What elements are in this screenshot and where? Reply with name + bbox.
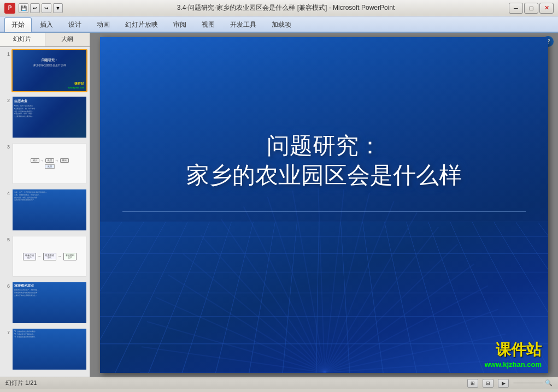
slide-thumb-inner: *1. 当地典型农业模式有哪些... *2. 当地农业生产基础条件... *3.… <box>13 329 86 370</box>
slide-thumbnail[interactable]: 旅游观光农业 旅游农业以农业生产、农村风貌... 目的是将农业与旅游业结合起来.… <box>11 281 87 324</box>
sidebar-tab-大纲[interactable]: 大纲 <box>45 33 90 46</box>
normal-view-button[interactable]: ⊞ <box>467 379 478 388</box>
slide-thumbnail[interactable]: 问题研究： 家乡的农业园区会是什么样 课件站 www.kjzhan.com <box>11 49 87 92</box>
close-button[interactable]: ✕ <box>539 3 554 14</box>
ribbon-tab-视图[interactable]: 视图 <box>195 17 222 32</box>
slide-view-area: 问题研究： 家乡的农业园区会是什么样 课件站 www.kjzhan.com <box>90 33 558 377</box>
slide-title-text: 问题研究： 家乡的农业园区会是什么样 <box>100 131 548 191</box>
ribbon-tab-设计[interactable]: 设计 <box>61 17 89 32</box>
slide-thumbnail[interactable]: 输入 → 处理 → 输出 反馈 <box>11 142 87 185</box>
save-button[interactable]: 💾 <box>19 3 28 13</box>
sidebar: 幻灯片大纲 ✕ 1 问题研究： 家乡的农业园区会是什么样 课件站 www.kjz… <box>0 33 90 377</box>
ribbon-tabs: 开始插入设计动画幻灯片放映审阅视图开发工具加载项 <box>0 16 558 32</box>
slide-number: 3 <box>2 144 10 150</box>
slide-sorter-button[interactable]: ⊟ <box>483 379 494 388</box>
slide-number: 6 <box>2 283 10 289</box>
slide-number: 2 <box>2 98 10 103</box>
slide-number: 7 <box>2 330 10 335</box>
slide-thumb-inner: 实际、出产、生态环境好的农业是可持续的... 土地、资源利用率高，环境污染少..… <box>13 189 86 230</box>
ribbon-tab-审阅[interactable]: 审阅 <box>166 17 193 32</box>
slide-thumb-inner: 旅游观光农业 旅游农业以农业生产、农村风貌... 目的是将农业与旅游业结合起来.… <box>13 282 86 323</box>
slide-count: 幻灯片 1/21 <box>5 379 37 387</box>
minimize-button[interactable]: ─ <box>509 3 523 14</box>
dropdown-button[interactable]: ▼ <box>53 3 63 13</box>
slide-item[interactable]: 5 粮食作物生产 → 牲畜养殖加工 → 有机肥料生产 <box>2 235 87 278</box>
ribbon-tab-开始[interactable]: 开始 <box>4 17 32 32</box>
watermark-chinese: 课件站 <box>485 340 542 360</box>
slide-canvas: 问题研究： 家乡的农业园区会是什么样 课件站 www.kjzhan.com <box>100 37 548 373</box>
ribbon-tab-插入[interactable]: 插入 <box>33 17 60 32</box>
watermark-url: www.kjzhan.com <box>485 360 542 369</box>
app-icon: P <box>4 3 15 14</box>
title-left-area: P 💾 ↩ ↪ ▼ <box>4 3 63 14</box>
ribbon: 开始插入设计动画幻灯片放映审阅视图开发工具加载项 ? <box>0 16 558 33</box>
slide-number: 1 <box>2 51 10 57</box>
quick-access-toolbar: 💾 ↩ ↪ ▼ <box>19 3 63 13</box>
slideshow-button[interactable]: ▶ <box>498 379 509 388</box>
title-bar: P 💾 ↩ ↪ ▼ 3.4-问题研究-家乡的农业园区会是什么样 [兼容模式] -… <box>0 0 558 16</box>
status-right: ⊞ ⊟ ▶ ─────── 🔍 <box>467 379 553 388</box>
ribbon-tab-开发工具[interactable]: 开发工具 <box>223 17 263 32</box>
slide-separator-line <box>122 211 526 212</box>
slide-item[interactable]: 4 实际、出产、生态环境好的农业是可持续的... 土地、资源利用率高，环境污染少… <box>2 188 87 231</box>
slide-thumb-inner: 输入 → 处理 → 输出 反馈 <box>13 143 86 184</box>
sidebar-tab-幻灯片[interactable]: 幻灯片 <box>0 33 45 46</box>
main-area: 幻灯片大纲 ✕ 1 问题研究： 家乡的农业园区会是什么样 课件站 www.kjz… <box>0 33 558 377</box>
window-title: 3.4-问题研究-家乡的农业园区会是什么样 [兼容模式] - Microsoft… <box>177 3 395 13</box>
slide-number: 4 <box>2 191 10 196</box>
slide-item[interactable]: 6 旅游观光农业 旅游农业以农业生产、农村风貌... 目的是将农业与旅游业结合起… <box>2 281 87 324</box>
slide-number: 5 <box>2 237 10 242</box>
statusbar: 幻灯片 1/21 ⊞ ⊟ ▶ ─────── 🔍 <box>0 377 558 389</box>
slide-item[interactable]: 1 问题研究： 家乡的农业园区会是什么样 课件站 www.kjzhan.com <box>2 49 87 92</box>
watermark: 课件站 www.kjzhan.com <box>485 340 542 369</box>
slide-grid <box>100 222 548 373</box>
slide-item[interactable]: 2 生态农业 • OKU "信号""交会的农业• 主要是以牛、猪、鸡等农场...… <box>2 96 87 139</box>
slide-thumbnail[interactable]: 生态农业 • OKU "信号""交会的农业• 主要是以牛、猪、鸡等农场...• … <box>11 96 87 139</box>
slide-thumb-inner: 粮食作物生产 → 牲畜养殖加工 → 有机肥料生产 <box>13 236 86 277</box>
slide-thumbnail[interactable]: 实际、出产、生态环境好的农业是可持续的... 土地、资源利用率高，环境污染少..… <box>11 188 87 231</box>
ribbon-tab-幻灯片放映[interactable]: 幻灯片放映 <box>118 17 165 32</box>
redo-button[interactable]: ↪ <box>42 3 51 13</box>
window-controls: ─ □ ✕ <box>509 3 554 14</box>
slide-title-line2: 家乡的农业园区会是什么样 <box>100 161 548 191</box>
slide-thumb-inner: 生态农业 • OKU "信号""交会的农业• 主要是以牛、猪、鸡等农场...• … <box>13 97 86 138</box>
slides-panel[interactable]: 1 问题研究： 家乡的农业园区会是什么样 课件站 www.kjzhan.com … <box>0 47 90 377</box>
sidebar-tabs: 幻灯片大纲 <box>0 33 90 47</box>
slide-item[interactable]: 3 输入 → 处理 → 输出 反馈 <box>2 142 87 185</box>
restore-button[interactable]: □ <box>524 3 538 14</box>
undo-button[interactable]: ↩ <box>30 3 40 13</box>
slide-title-line1: 问题研究： <box>100 131 548 161</box>
slide-item[interactable]: 7 *1. 当地典型农业模式有哪些... *2. 当地农业生产基础条件... *… <box>2 328 87 371</box>
ribbon-tab-加载项[interactable]: 加载项 <box>265 17 298 32</box>
slide-thumbnail[interactable]: 粮食作物生产 → 牲畜养殖加工 → 有机肥料生产 <box>11 235 87 278</box>
slide-thumb-inner: 问题研究： 家乡的农业园区会是什么样 课件站 www.kjzhan.com <box>13 50 86 91</box>
zoom-label: ─────── 🔍 <box>513 379 553 387</box>
ribbon-tab-动画[interactable]: 动画 <box>90 17 117 32</box>
slide-thumbnail[interactable]: *1. 当地典型农业模式有哪些... *2. 当地农业生产基础条件... *3.… <box>11 328 87 371</box>
